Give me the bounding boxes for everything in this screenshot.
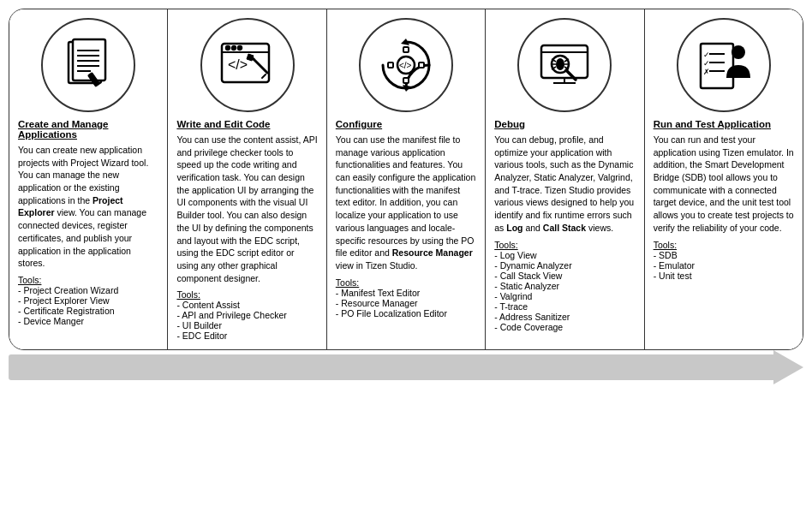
tools-label-write: Tools: xyxy=(176,289,200,300)
bold-resource-manager: Resource Manager xyxy=(392,247,473,258)
tools-section-write: Tools: Content Assist API and Privilege … xyxy=(176,289,286,341)
document-icon-circle xyxy=(41,18,135,112)
svg-point-12 xyxy=(238,46,242,50)
list-item: Project Creation Wizard xyxy=(18,285,118,295)
list-item: UI Builder xyxy=(176,320,286,330)
tools-section-debug: Tools: Log View Dynamic Analyzer Call St… xyxy=(494,240,571,332)
icon-area-write: </> xyxy=(176,18,317,112)
tools-list-debug: Log View Dynamic Analyzer Call Stack Vie… xyxy=(494,250,571,332)
document-icon xyxy=(58,35,118,95)
list-item: Emulator xyxy=(654,260,695,271)
card-title-create: Create and Manage Applications xyxy=(18,119,158,140)
bold-log: Log xyxy=(506,223,522,233)
code-editor-icon-circle: </> xyxy=(200,18,295,112)
card-body-write: You can use the content assist, API and … xyxy=(176,134,317,284)
list-item: EDC Editor xyxy=(176,330,286,341)
icon-area-run: ✓ ✓ ✗ xyxy=(654,18,794,112)
svg-point-30 xyxy=(556,58,564,70)
list-item: Unit test xyxy=(654,271,695,281)
checklist-person-icon: ✓ ✓ ✗ xyxy=(694,35,754,95)
list-item: Dynamic Analyzer xyxy=(494,260,571,271)
card-configure: </> Configure You can use the manifest f… xyxy=(327,9,486,349)
checklist-person-icon-circle: ✓ ✓ ✗ xyxy=(677,18,771,112)
card-write-edit: </> Write and Edit Code You can use the … xyxy=(168,9,326,349)
icon-area-configure: </> xyxy=(336,18,476,112)
tools-label-debug: Tools: xyxy=(494,240,517,250)
card-title-write: Write and Edit Code xyxy=(176,119,270,129)
card-title-debug: Debug xyxy=(494,119,525,129)
card-title-run: Run and Test Application xyxy=(654,119,771,129)
tools-label-run: Tools: xyxy=(654,240,677,250)
card-create-manage: Create and Manage Applications You can c… xyxy=(9,9,168,349)
tools-section-configure: Tools: Manifest Text Editor Resource Man… xyxy=(336,277,447,318)
svg-rect-25 xyxy=(419,63,424,68)
tools-section-run: Tools: SDB Emulator Unit test xyxy=(654,240,695,281)
svg-rect-23 xyxy=(403,78,409,83)
arrow-container xyxy=(9,354,803,381)
list-item: PO File Localization Editor xyxy=(336,308,447,318)
list-item: Resource Manager xyxy=(336,298,447,308)
list-item: Content Assist xyxy=(176,300,286,310)
card-body-create: You can create new application projects … xyxy=(18,144,158,270)
bug-icon-circle xyxy=(517,18,612,112)
gear-code-icon: </> xyxy=(376,35,436,95)
arrow-tip xyxy=(773,350,803,384)
list-item: SDB xyxy=(654,250,695,260)
list-item: Static Analyzer xyxy=(494,281,571,291)
gear-code-icon-circle: </> xyxy=(359,18,453,112)
svg-point-46 xyxy=(731,45,745,59)
list-item: Valgrind xyxy=(494,291,571,301)
bold-project-explorer: Project Explorer xyxy=(18,195,123,218)
list-item: Log View xyxy=(494,250,571,260)
svg-marker-17 xyxy=(247,54,254,61)
tools-list-write: Content Assist API and Privilege Checker… xyxy=(176,300,286,341)
list-item: Code Coverage xyxy=(494,322,571,332)
tools-label-configure: Tools: xyxy=(336,277,359,288)
list-item: API and Privilege Checker xyxy=(176,310,286,320)
cards-row: Create and Manage Applications You can c… xyxy=(9,9,803,350)
list-item: Project Explorer View xyxy=(18,295,118,306)
card-body-debug: You can debug, profile, and optimize you… xyxy=(494,134,635,235)
list-item: Device Manger xyxy=(18,316,118,326)
svg-point-11 xyxy=(232,46,236,50)
list-item: Call Stack View xyxy=(494,271,571,281)
list-item: Manifest Text Editor xyxy=(336,288,447,298)
arrow-body xyxy=(9,354,773,380)
svg-point-10 xyxy=(226,46,230,50)
card-run-test: ✓ ✓ ✗ Run and Test Application You can r… xyxy=(645,9,803,349)
card-body-configure: You can use the manifest file to manage … xyxy=(336,134,476,272)
list-item: Certificate Registration xyxy=(18,306,118,316)
list-item: T-trace xyxy=(494,301,571,312)
arrow-full xyxy=(9,354,803,381)
svg-text:✗: ✗ xyxy=(703,68,710,76)
card-debug: Debug You can debug, profile, and optimi… xyxy=(486,9,644,349)
tools-list-configure: Manifest Text Editor Resource Manager PO… xyxy=(336,288,447,318)
tools-list-create: Project Creation Wizard Project Explorer… xyxy=(18,285,118,326)
icon-area-debug xyxy=(494,18,635,112)
card-title-configure: Configure xyxy=(336,119,382,129)
tools-list-run: SDB Emulator Unit test xyxy=(654,250,695,281)
main-container: Create and Manage Applications You can c… xyxy=(9,9,803,381)
svg-text:</>: </> xyxy=(399,61,412,70)
code-editor-icon: </> xyxy=(218,35,278,95)
icon-area-create xyxy=(18,18,158,112)
svg-rect-24 xyxy=(388,63,393,68)
svg-text:✓: ✓ xyxy=(703,59,710,68)
bold-call-stack: Call Stack xyxy=(543,223,586,233)
tools-label-create: Tools: xyxy=(18,275,41,285)
tools-section-create: Tools: Project Creation Wizard Project E… xyxy=(18,275,118,326)
svg-rect-22 xyxy=(403,47,409,52)
svg-text:✓: ✓ xyxy=(703,51,710,59)
svg-text:</>: </> xyxy=(228,57,248,72)
card-body-run: You can run and test your application us… xyxy=(654,134,794,235)
bug-icon xyxy=(534,35,594,95)
list-item: Address Sanitizer xyxy=(494,312,571,322)
